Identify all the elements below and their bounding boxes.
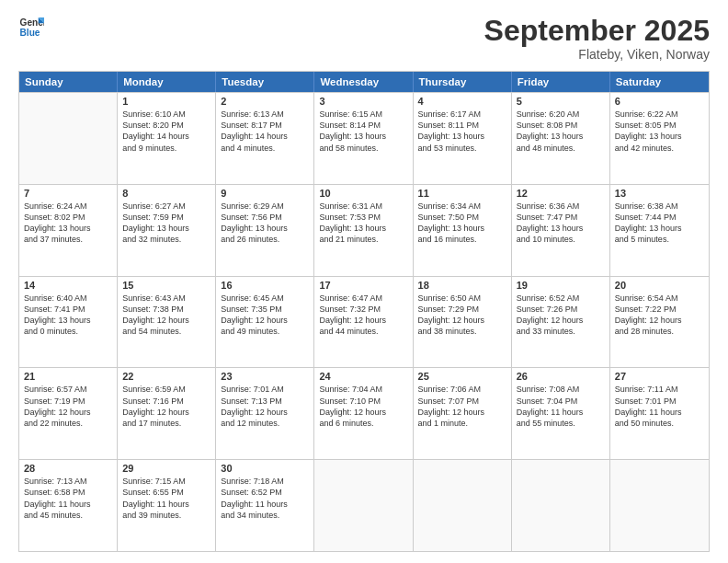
cell-line: and 44 minutes. <box>319 326 407 337</box>
cell-line: Sunrise: 6:43 AM <box>122 293 210 304</box>
cal-cell-day-24: 24Sunrise: 7:04 AMSunset: 7:10 PMDayligh… <box>314 368 413 459</box>
cell-line: and 22 minutes. <box>24 418 112 429</box>
cell-line: and 49 minutes. <box>221 326 309 337</box>
cell-line: and 9 minutes. <box>122 143 210 154</box>
calendar-row-4: 28Sunrise: 7:13 AMSunset: 6:58 PMDayligh… <box>19 459 709 551</box>
cell-line: Daylight: 11 hours <box>24 499 112 510</box>
cell-line: Sunrise: 6:40 AM <box>24 293 112 304</box>
cell-line: and 10 minutes. <box>517 234 605 245</box>
cell-line: Sunset: 7:13 PM <box>221 396 309 407</box>
calendar-header: SundayMondayTuesdayWednesdayThursdayFrid… <box>19 72 709 92</box>
cell-line: Daylight: 12 hours <box>418 407 506 418</box>
calendar-row-2: 14Sunrise: 6:40 AMSunset: 7:41 PMDayligh… <box>19 276 709 368</box>
cell-line: Sunrise: 7:08 AM <box>517 384 605 395</box>
cell-line: Daylight: 11 hours <box>517 407 605 418</box>
cell-line: Sunset: 7:38 PM <box>122 304 210 315</box>
cell-line: Sunrise: 6:45 AM <box>221 293 309 304</box>
location: Flateby, Viken, Norway <box>484 47 710 62</box>
cell-line: and 39 minutes. <box>122 510 210 521</box>
cal-cell-day-2: 2Sunrise: 6:13 AMSunset: 8:17 PMDaylight… <box>216 93 314 184</box>
cell-line: Daylight: 13 hours <box>122 223 210 234</box>
cell-line: Sunset: 7:50 PM <box>418 212 506 223</box>
cell-line: Sunset: 7:41 PM <box>24 304 112 315</box>
cell-line: and 26 minutes. <box>221 234 309 245</box>
cell-line: Sunrise: 6:47 AM <box>319 293 407 304</box>
cell-line: Sunset: 7:01 PM <box>615 396 704 407</box>
day-number: 22 <box>122 371 210 382</box>
cell-line: and 34 minutes. <box>221 510 309 521</box>
cell-line: and 6 minutes. <box>319 418 407 429</box>
header-day-monday: Monday <box>118 72 216 92</box>
calendar-body: 1Sunrise: 6:10 AMSunset: 8:20 PMDaylight… <box>19 92 709 551</box>
cell-line: Daylight: 12 hours <box>221 315 309 326</box>
cal-cell-day-8: 8Sunrise: 6:27 AMSunset: 7:59 PMDaylight… <box>118 185 216 276</box>
cell-line: Sunrise: 6:29 AM <box>221 201 309 212</box>
title-block: September 2025 Flateby, Viken, Norway <box>484 15 710 62</box>
header-day-saturday: Saturday <box>610 72 709 92</box>
cell-line: Sunrise: 7:15 AM <box>122 476 210 487</box>
cell-line: Sunset: 7:19 PM <box>24 396 112 407</box>
cal-cell-day-14: 14Sunrise: 6:40 AMSunset: 7:41 PMDayligh… <box>19 277 118 368</box>
cell-line: Daylight: 13 hours <box>517 131 605 142</box>
day-number: 27 <box>615 371 704 382</box>
day-number: 5 <box>517 96 605 107</box>
cell-line: Daylight: 13 hours <box>517 223 605 234</box>
cal-cell-empty <box>610 460 709 551</box>
cell-line: Sunrise: 6:13 AM <box>221 109 309 120</box>
cell-line: Sunset: 6:55 PM <box>122 487 210 498</box>
cell-line: Sunset: 7:44 PM <box>615 212 704 223</box>
day-number: 26 <box>517 371 605 382</box>
cal-cell-day-26: 26Sunrise: 7:08 AMSunset: 7:04 PMDayligh… <box>512 368 610 459</box>
cell-line: Sunrise: 7:11 AM <box>615 384 704 395</box>
cell-line: and 5 minutes. <box>615 234 704 245</box>
cell-line: Sunset: 7:53 PM <box>319 212 407 223</box>
day-number: 20 <box>615 280 704 291</box>
cal-cell-day-29: 29Sunrise: 7:15 AMSunset: 6:55 PMDayligh… <box>118 460 216 551</box>
cal-cell-day-28: 28Sunrise: 7:13 AMSunset: 6:58 PMDayligh… <box>19 460 118 551</box>
cell-line: Sunset: 7:07 PM <box>418 396 506 407</box>
cell-line: Daylight: 14 hours <box>221 131 309 142</box>
cell-line: and 53 minutes. <box>418 143 506 154</box>
day-number: 7 <box>24 188 112 199</box>
header-day-friday: Friday <box>512 72 610 92</box>
cell-line: Sunrise: 6:22 AM <box>615 109 704 120</box>
calendar: SundayMondayTuesdayWednesdayThursdayFrid… <box>18 71 710 552</box>
calendar-row-0: 1Sunrise: 6:10 AMSunset: 8:20 PMDaylight… <box>19 92 709 184</box>
header: General Blue September 2025 Flateby, Vik… <box>18 15 710 62</box>
cell-line: Sunset: 7:04 PM <box>517 396 605 407</box>
day-number: 13 <box>615 188 704 199</box>
calendar-row-3: 21Sunrise: 6:57 AMSunset: 7:19 PMDayligh… <box>19 367 709 459</box>
cell-line: and 28 minutes. <box>615 326 704 337</box>
cell-line: and 21 minutes. <box>319 234 407 245</box>
cell-line: Daylight: 14 hours <box>122 131 210 142</box>
day-number: 25 <box>418 371 506 382</box>
day-number: 11 <box>418 188 506 199</box>
day-number: 12 <box>517 188 605 199</box>
cell-line: Sunrise: 6:57 AM <box>24 384 112 395</box>
cell-line: Daylight: 12 hours <box>319 407 407 418</box>
cal-cell-empty <box>19 93 118 184</box>
cell-line: and 1 minute. <box>418 418 506 429</box>
cell-line: Sunrise: 6:27 AM <box>122 201 210 212</box>
cell-line: Daylight: 11 hours <box>122 499 210 510</box>
month-title: September 2025 <box>484 15 710 47</box>
cell-line: and 45 minutes. <box>24 510 112 521</box>
cell-line: and 12 minutes. <box>221 418 309 429</box>
cal-cell-day-3: 3Sunrise: 6:15 AMSunset: 8:14 PMDaylight… <box>314 93 413 184</box>
cell-line: Sunrise: 6:24 AM <box>24 201 112 212</box>
day-number: 4 <box>418 96 506 107</box>
cell-line: Sunset: 8:20 PM <box>122 120 210 131</box>
cell-line: Sunrise: 6:50 AM <box>418 293 506 304</box>
cell-line: Daylight: 12 hours <box>517 315 605 326</box>
cell-line: Daylight: 12 hours <box>24 407 112 418</box>
cell-line: Sunrise: 7:01 AM <box>221 384 309 395</box>
cal-cell-day-18: 18Sunrise: 6:50 AMSunset: 7:29 PMDayligh… <box>414 277 512 368</box>
cell-line: Sunrise: 6:31 AM <box>319 201 407 212</box>
cell-line: Sunset: 7:32 PM <box>319 304 407 315</box>
day-number: 3 <box>319 96 407 107</box>
day-number: 18 <box>418 280 506 291</box>
day-number: 15 <box>122 280 210 291</box>
cal-cell-day-12: 12Sunrise: 6:36 AMSunset: 7:47 PMDayligh… <box>512 185 610 276</box>
cell-line: Daylight: 12 hours <box>418 315 506 326</box>
page: General Blue September 2025 Flateby, Vik… <box>0 0 728 563</box>
